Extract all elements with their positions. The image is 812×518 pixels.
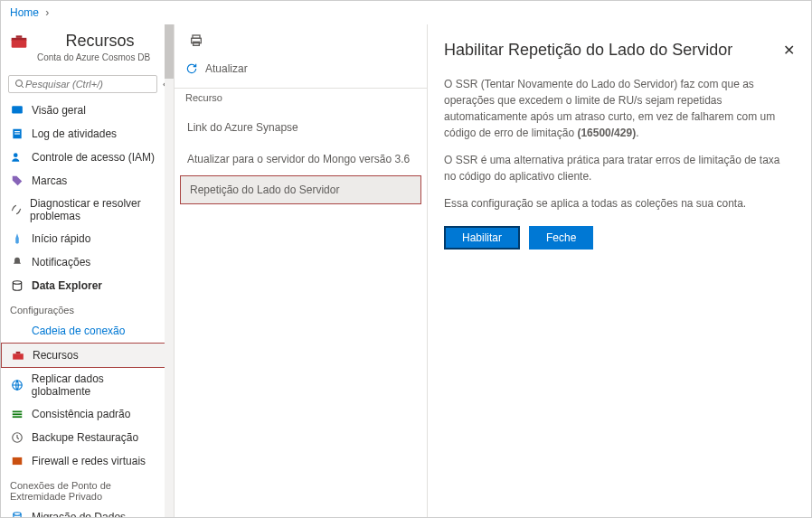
nav-item-firewall[interactable]: Firewall e redes virtuais [1, 449, 174, 473]
nav-item-tags[interactable]: Marcas [1, 169, 174, 193]
nav-group-endpoints: Conexões de Ponto de Extremidade Privado [1, 473, 174, 505]
nav-item-iam[interactable]: Controle de acesso (IAM) [1, 146, 174, 169]
search-icon [14, 79, 25, 89]
nav-item-connection-string[interactable]: Cadeia de conexão [1, 319, 174, 343]
sidebar-nav: Visão geral Log de atividades Controle d… [1, 99, 174, 517]
nav-item-features[interactable]: Recursos [1, 343, 174, 368]
search-input-container[interactable] [8, 75, 157, 93]
panel-paragraph-2: O SSR é uma alternativa prática para tra… [444, 152, 795, 184]
nav-label: Consistência padrão [32, 408, 130, 420]
svg-rect-1 [12, 37, 27, 40]
toolbox-small-icon [11, 348, 25, 363]
nav-item-overview[interactable]: Visão geral [1, 99, 174, 122]
nav-label: Migração de Dados [32, 511, 126, 517]
nav-item-activity-log[interactable]: Log de atividades [1, 122, 174, 146]
close-button[interactable]: Feche [529, 226, 593, 250]
svg-rect-0 [12, 39, 27, 47]
overview-icon [10, 103, 24, 118]
nav-item-notifications[interactable]: Notificações [1, 250, 174, 274]
svg-point-3 [16, 80, 23, 87]
iam-icon [10, 150, 24, 165]
nav-label: Recursos [33, 349, 79, 362]
enable-button[interactable]: Habilitar [444, 226, 520, 250]
nav-group-config: Configurações [1, 297, 174, 319]
search-input[interactable] [25, 79, 151, 89]
quickstart-icon [10, 231, 24, 246]
panel-paragraph-3: Essa configuração se aplica a todas as c… [444, 195, 795, 212]
nav-label: Notificações [32, 256, 90, 268]
breadcrumb: Home › [1, 1, 811, 24]
nav-item-data-explorer[interactable]: Data Explorer [1, 274, 174, 297]
panel-title: Habilitar Repetição do Lado do Servidor [444, 41, 732, 60]
svg-rect-15 [13, 413, 23, 415]
nav-label: Diagnosticar e resolver problemas [30, 197, 165, 222]
svg-rect-2 [16, 35, 23, 38]
key-icon [10, 324, 24, 338]
nav-label: Visão geral [32, 104, 86, 117]
middle-column: Atualizar Recurso Link do Azure Synapse … [175, 24, 428, 517]
refresh-icon [185, 62, 198, 75]
svg-rect-16 [13, 416, 23, 418]
nav-item-data-migration[interactable]: Migração de Dados [1, 505, 174, 517]
svg-rect-18 [13, 457, 23, 465]
nav-label: Início rápido [32, 232, 90, 245]
nav-item-quickstart[interactable]: Início rápido [1, 227, 174, 250]
svg-point-19 [14, 513, 21, 516]
backup-icon [10, 430, 24, 445]
firewall-icon [10, 454, 24, 468]
detail-panel: Habilitar Repetição do Lado do Servidor … [428, 24, 811, 517]
bell-icon [10, 255, 24, 269]
panel-paragraph-1: O SSR (Tentar Novamente do Lado do Servi… [444, 76, 795, 141]
chevron-right-icon: › [45, 6, 49, 19]
nav-label: Replicar dados globalmente [32, 372, 165, 398]
scrollbar-track [165, 99, 174, 517]
nav-label: Marcas [32, 174, 67, 187]
sidebar-title: Recursos [35, 32, 165, 51]
sidebar-subtitle: Conta do Azure Cosmos DB [1, 52, 174, 62]
tag-icon [10, 174, 24, 188]
nav-label: Data Explorer [32, 279, 102, 292]
svg-rect-14 [13, 411, 23, 413]
refresh-button[interactable]: Atualizar [175, 57, 427, 88]
svg-point-10 [13, 281, 21, 285]
nav-label: Firewall e redes virtuais [32, 455, 146, 467]
option-synapse-link[interactable]: Link do Azure Synapse [175, 112, 427, 144]
nav-item-backup[interactable]: Backupe Restauração [1, 426, 174, 449]
svg-line-4 [22, 86, 24, 89]
nav-label: Cadeia de conexão [32, 325, 125, 337]
svg-rect-8 [14, 133, 20, 134]
sidebar: Recursos Conta do Azure Cosmos DB « Visã… [1, 24, 175, 517]
refresh-label: Atualizar [205, 62, 248, 75]
svg-rect-12 [16, 352, 21, 353]
data-explorer-icon [10, 278, 24, 293]
nav-label: Backupe Restauração [32, 431, 138, 444]
toolbox-icon [10, 33, 28, 51]
nav-label: Log de atividades [32, 127, 117, 140]
svg-rect-11 [13, 353, 24, 359]
nav-label: Controle de acesso (IAM) [32, 151, 155, 164]
svg-point-9 [14, 153, 18, 157]
nav-item-replicate[interactable]: Replicar dados globalmente [1, 368, 174, 402]
breadcrumb-home[interactable]: Home [10, 6, 39, 19]
migration-icon [10, 510, 24, 517]
option-upgrade-mongo[interactable]: Atualizar para o servidor do Mongo versã… [175, 144, 427, 175]
nav-item-consistency[interactable]: Consistência padrão [1, 402, 174, 426]
diagnose-icon [10, 202, 23, 217]
globe-icon [10, 378, 24, 392]
consistency-icon [10, 407, 24, 421]
svg-rect-5 [12, 106, 23, 113]
svg-rect-7 [14, 131, 20, 132]
log-icon [10, 127, 24, 141]
nav-item-diagnose[interactable]: Diagnosticar e resolver problemas [1, 193, 174, 227]
close-icon[interactable]: ✕ [783, 42, 795, 59]
print-icon[interactable] [189, 33, 203, 48]
option-server-side-retry[interactable]: Repetição do Lado do Servidor [180, 175, 421, 204]
section-label: Recurso [175, 89, 427, 112]
